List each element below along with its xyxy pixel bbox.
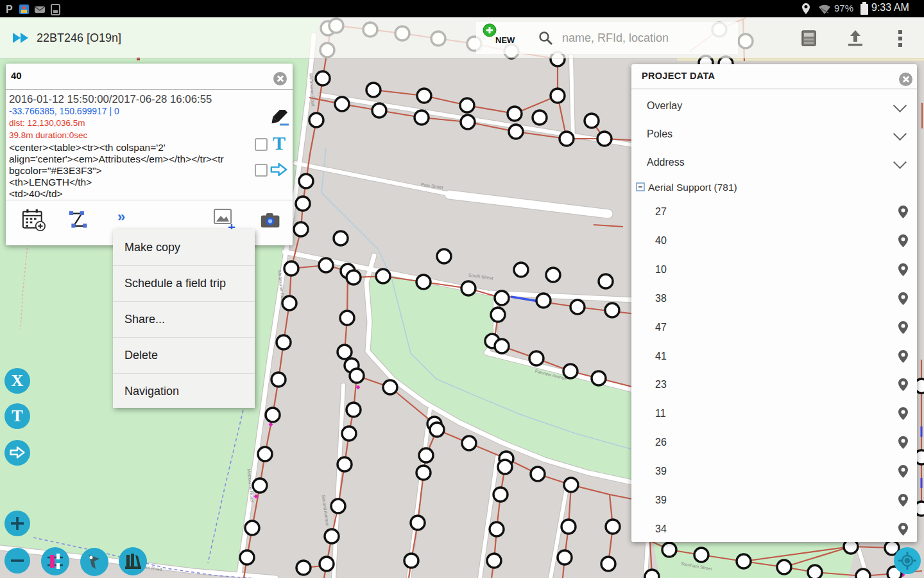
svg-text:P: P: [6, 4, 13, 15]
svg-text:NEW: NEW: [495, 35, 515, 45]
